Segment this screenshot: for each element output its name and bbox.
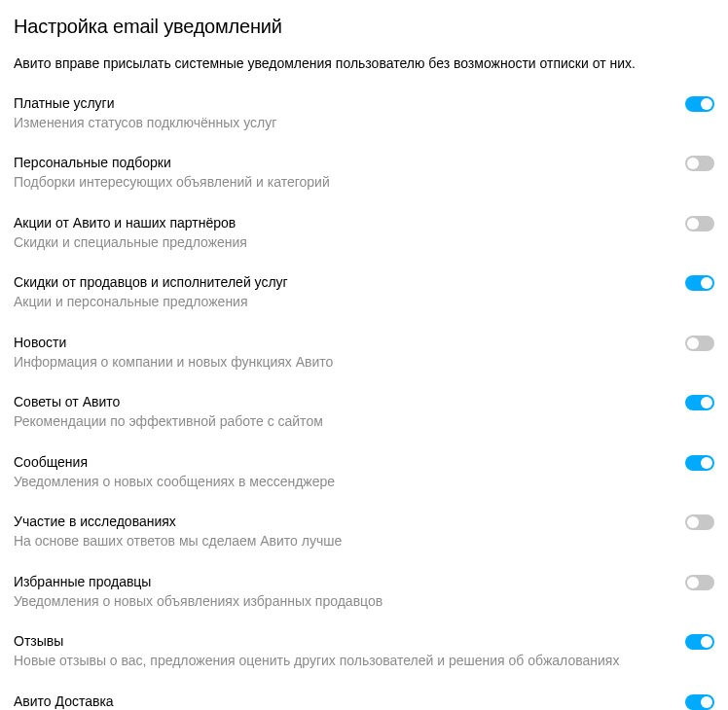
setting-title: Авито Доставка: [14, 692, 666, 710]
toggle-news[interactable]: [685, 336, 714, 351]
setting-text: Персональные подборкиПодборки интересующ…: [14, 154, 685, 192]
toggle-promotions[interactable]: [685, 216, 714, 231]
setting-row-fav-sellers: Избранные продавцыУведомления о новых об…: [14, 573, 714, 611]
setting-row-tips: Советы от АвитоРекомендации по эффективн…: [14, 393, 714, 431]
setting-title: Избранные продавцы: [14, 573, 666, 591]
toggle-messages[interactable]: [685, 455, 714, 471]
setting-desc: Информация о компании и новых функциях А…: [14, 353, 666, 373]
setting-title: Персональные подборки: [14, 154, 666, 172]
disclaimer-text: Авито вправе присылать системные уведомл…: [14, 55, 714, 71]
setting-desc: Рекомендации по эффективной работе с сай…: [14, 412, 666, 432]
setting-desc: Уведомления о новых сообщениях в мессенд…: [14, 473, 666, 492]
toggle-knob: [687, 337, 699, 349]
toggle-knob: [687, 516, 699, 528]
toggle-knob: [687, 218, 699, 230]
setting-desc: Новые отзывы о вас, предложения оценить …: [14, 652, 666, 671]
setting-title: Скидки от продавцов и исполнителей услуг: [14, 273, 666, 292]
setting-desc: Акции и персональные предложения: [14, 293, 666, 312]
toggle-research[interactable]: [685, 515, 714, 530]
toggle-fav-sellers[interactable]: [685, 575, 714, 590]
page-title: Настройка email уведомлений: [14, 16, 714, 38]
toggle-knob: [701, 696, 712, 708]
toggle-knob: [687, 158, 699, 169]
setting-text: Избранные продавцыУведомления о новых об…: [14, 573, 685, 611]
setting-text: Авито ДоставкаУведомления о статусах зак…: [14, 692, 685, 710]
setting-row-news: НовостиИнформация о компании и новых фун…: [14, 334, 714, 372]
setting-text: ОтзывыНовые отзывы о вас, предложения оц…: [14, 632, 685, 670]
setting-title: Советы от Авито: [14, 393, 666, 411]
setting-text: СообщенияУведомления о новых сообщениях …: [14, 453, 685, 491]
setting-title: Сообщения: [14, 453, 666, 472]
setting-desc: Изменения статусов подключённых услуг: [14, 114, 666, 133]
toggle-knob: [701, 636, 712, 648]
setting-row-messages: СообщенияУведомления о новых сообщениях …: [14, 453, 714, 491]
setting-title: Участие в исследованиях: [14, 513, 666, 531]
toggle-paid-services[interactable]: [685, 96, 714, 112]
setting-row-promotions: Акции от Авито и наших партнёровСкидки и…: [14, 214, 714, 252]
setting-desc: На основе ваших ответов мы сделаем Авито…: [14, 532, 666, 551]
setting-title: Платные услуги: [14, 94, 666, 113]
setting-title: Новости: [14, 334, 666, 352]
toggle-personal-collections[interactable]: [685, 156, 714, 171]
setting-desc: Уведомления о новых объявлениях избранны…: [14, 592, 666, 612]
setting-row-paid-services: Платные услугиИзменения статусов подключ…: [14, 94, 714, 132]
toggle-knob: [701, 457, 712, 469]
toggle-knob: [701, 277, 712, 289]
toggle-reviews[interactable]: [685, 634, 714, 650]
setting-text: НовостиИнформация о компании и новых фун…: [14, 334, 685, 372]
setting-row-reviews: ОтзывыНовые отзывы о вас, предложения оц…: [14, 632, 714, 670]
toggle-discounts[interactable]: [685, 275, 714, 291]
setting-row-delivery: Авито ДоставкаУведомления о статусах зак…: [14, 692, 714, 710]
toggle-knob: [701, 397, 712, 408]
setting-desc: Скидки и специальные предложения: [14, 233, 666, 253]
toggle-tips[interactable]: [685, 395, 714, 410]
toggle-knob: [701, 98, 712, 110]
settings-list: Платные услугиИзменения статусов подключ…: [14, 94, 714, 710]
setting-title: Отзывы: [14, 632, 666, 651]
setting-row-research: Участие в исследованияхНа основе ваших о…: [14, 513, 714, 550]
setting-title: Акции от Авито и наших партнёров: [14, 214, 666, 232]
setting-text: Советы от АвитоРекомендации по эффективн…: [14, 393, 685, 431]
setting-text: Акции от Авито и наших партнёровСкидки и…: [14, 214, 685, 252]
toggle-delivery[interactable]: [685, 694, 714, 710]
setting-desc: Подборки интересующих объявлений и катег…: [14, 173, 666, 193]
setting-text: Платные услугиИзменения статусов подключ…: [14, 94, 685, 132]
setting-text: Участие в исследованияхНа основе ваших о…: [14, 513, 685, 550]
setting-text: Скидки от продавцов и исполнителей услуг…: [14, 273, 685, 311]
toggle-knob: [687, 577, 699, 588]
setting-row-discounts: Скидки от продавцов и исполнителей услуг…: [14, 273, 714, 311]
setting-row-personal-collections: Персональные подборкиПодборки интересующ…: [14, 154, 714, 192]
